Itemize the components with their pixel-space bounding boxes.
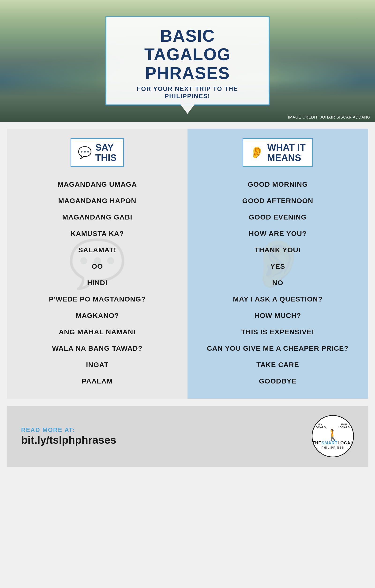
what-it-means-header-box: 👂 WHAT ITMEANS (243, 138, 313, 167)
read-more-label: READ MORE AT: (21, 426, 116, 434)
phrase-9: MAGKANO? (14, 307, 181, 324)
meaning-11: CAN YOU GIVE ME A CHEAPER PRICE? (194, 340, 361, 357)
meaning-10: THIS IS EXPENSIVE! (194, 324, 361, 340)
by-locals-text: BY LOCALS, (312, 423, 328, 429)
phrase-6: OO (14, 258, 181, 274)
ear-icon: 👂 (250, 147, 264, 158)
phrase-13: PAALAM (14, 373, 181, 389)
meaning-5: THANK YOU! (194, 242, 361, 258)
phrase-5: SALAMAT! (14, 242, 181, 258)
image-credit: IMAGE CREDIT: JOHAIR SISCAR ADDANG (288, 115, 370, 119)
phrase-7: HINDI (14, 274, 181, 291)
main-content: 💬 💬 SAYTHIS MAGANDANG UMAGA MAGANDANG HA… (0, 122, 375, 406)
hero-title: BASIC TAGALOGPHRASES (120, 27, 255, 83)
meaning-1: GOOD MORNING (194, 176, 361, 193)
meaning-9: HOW MUCH? (194, 307, 361, 324)
meaning-2: GOOD AFTERNOON (194, 193, 361, 209)
footer: READ MORE AT: bit.ly/tslphphrases BY LOC… (7, 406, 368, 467)
meaning-7: NO (194, 274, 361, 291)
meaning-8: MAY I ASK A QUESTION? (194, 291, 361, 307)
logo-tagline: BY LOCALS, FOR LOCALS. (312, 423, 353, 429)
say-this-label: SAYTHIS (95, 142, 117, 163)
for-locals-text: FOR LOCALS. (335, 423, 353, 429)
logo-person-icon: 🚶 (326, 430, 340, 441)
what-it-means-header: 👂 WHAT ITMEANS (194, 138, 361, 167)
meaning-13: GOODBYE (194, 373, 361, 389)
phrase-3: MAGANDANG GABI (14, 209, 181, 225)
phrase-12: INGAT (14, 357, 181, 373)
logo-brand-name: THESMARTLOCAL (312, 441, 354, 446)
say-this-header-box: 💬 SAYTHIS (71, 138, 124, 167)
footer-logo: BY LOCALS, FOR LOCALS. 🚶 THESMARTLOCAL P… (312, 415, 354, 457)
tagalog-phrase-list: MAGANDANG UMAGA MAGANDANG HAPON MAGANDAN… (14, 176, 181, 389)
logo-philippines-text: PHILIPPINES (321, 446, 344, 449)
phrase-11: WALA NA BANG TAWAD? (14, 340, 181, 357)
what-it-means-label: WHAT ITMEANS (267, 142, 306, 163)
meaning-4: HOW ARE YOU? (194, 225, 361, 242)
say-this-header: 💬 SAYTHIS (14, 138, 181, 167)
hero-section: BASIC TAGALOGPHRASES FOR YOUR NEXT TRIP … (0, 0, 375, 122)
phrase-8: P'WEDE PO MAGTANONG? (14, 291, 181, 307)
speech-bubble-icon: 💬 (78, 147, 92, 158)
footer-url[interactable]: bit.ly/tslphphrases (21, 434, 116, 446)
logo-circle: BY LOCALS, FOR LOCALS. 🚶 THESMARTLOCAL P… (312, 415, 354, 457)
english-phrase-list: GOOD MORNING GOOD AFTERNOON GOOD EVENING… (194, 176, 361, 389)
phrase-4: KAMUSTA KA? (14, 225, 181, 242)
what-it-means-column: 👂 👂 WHAT ITMEANS GOOD MORNING GOOD AFTER… (188, 129, 368, 399)
meaning-12: TAKE CARE (194, 357, 361, 373)
hero-title-box: BASIC TAGALOGPHRASES FOR YOUR NEXT TRIP … (106, 16, 269, 105)
say-this-column: 💬 💬 SAYTHIS MAGANDANG UMAGA MAGANDANG HA… (7, 129, 188, 399)
hero-subtitle: FOR YOUR NEXT TRIP TO THE PHILIPPINES! (120, 85, 255, 100)
logo-smart-highlight: SMART (321, 441, 338, 445)
meaning-3: GOOD EVENING (194, 209, 361, 225)
phrase-2: MAGANDANG HAPON (14, 193, 181, 209)
phrase-10: ANG MAHAL NAMAN! (14, 324, 181, 340)
meaning-6: YES (194, 258, 361, 274)
footer-left: READ MORE AT: bit.ly/tslphphrases (21, 426, 116, 446)
phrase-1: MAGANDANG UMAGA (14, 176, 181, 193)
